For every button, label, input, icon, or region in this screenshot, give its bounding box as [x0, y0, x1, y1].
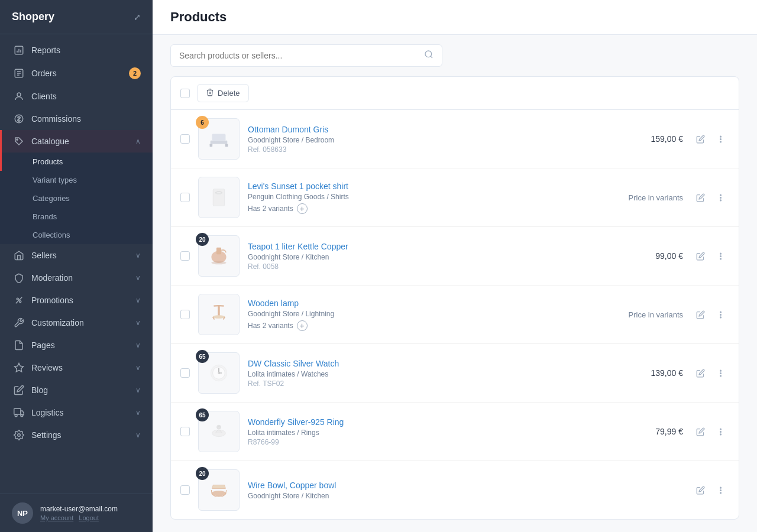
chart-icon: [14, 45, 24, 56]
sidebar-item-moderation[interactable]: Moderation ∨: [0, 267, 153, 289]
row-actions: [691, 130, 729, 148]
svg-point-44: [720, 375, 721, 376]
sidebar-item-pages[interactable]: Pages ∨: [0, 334, 153, 356]
edit-button[interactable]: [691, 481, 709, 499]
product-info: Ottoman Dumont Gris Goodnight Store / Be…: [248, 125, 604, 154]
chevron-down-icon-9: ∨: [135, 431, 141, 439]
variants-text: Has 2 variants: [248, 205, 293, 213]
product-name[interactable]: Wonderfly Silver-925 Ring: [248, 417, 344, 427]
sidebar-sub-categories[interactable]: Categories: [0, 189, 153, 207]
svg-point-49: [720, 433, 721, 434]
more-options-button[interactable]: [711, 189, 729, 206]
product-image-wrapper: 65: [198, 411, 240, 452]
sidebar-item-label-promotions: Promotions: [31, 296, 128, 305]
sidebar-item-promotions[interactable]: Promotions ∨: [0, 289, 153, 312]
sidebar-sub-collections[interactable]: Collections: [0, 226, 153, 244]
svg-point-35: [720, 314, 721, 315]
sidebar: Shopery ⤢ Reports Orders 2 Clients: [0, 0, 153, 532]
product-info: Teapot 1 liter Kettle Copper Goodnight S…: [248, 242, 604, 271]
delete-button[interactable]: Delete: [197, 84, 249, 102]
sidebar-item-reports[interactable]: Reports: [0, 39, 153, 61]
my-account-link[interactable]: My account: [40, 514, 73, 521]
product-meta: Goodnight Store / Bedroom: [248, 136, 604, 144]
list-container: Delete 6 Ottoman Dumont Gris Goodnight S…: [170, 76, 739, 520]
chevron-down-icon-8: ∨: [135, 408, 141, 417]
sidebar-item-logistics[interactable]: Logistics ∨: [0, 401, 153, 424]
more-options-button[interactable]: [711, 423, 729, 440]
sidebar-item-commissions[interactable]: Commissions: [0, 108, 153, 130]
sidebar-item-customization[interactable]: Customization ∨: [0, 312, 153, 334]
sidebar-sub-variant-types[interactable]: Variant types: [0, 171, 153, 189]
expand-icon[interactable]: ⤢: [134, 12, 141, 22]
sidebar-item-orders[interactable]: Orders 2: [0, 61, 153, 85]
svg-rect-14: [212, 134, 226, 140]
product-name[interactable]: Teapot 1 liter Kettle Copper: [248, 242, 348, 251]
sidebar-item-settings[interactable]: Settings ∨: [0, 424, 153, 446]
more-options-button[interactable]: [711, 364, 729, 382]
row-checkbox[interactable]: [180, 251, 190, 261]
product-image: [198, 294, 240, 335]
product-badge: 65: [196, 408, 209, 421]
product-meta: Penguin Clothing Goods / Shirts: [248, 193, 604, 201]
sidebar-item-label-blog: Blog: [31, 385, 128, 395]
sidebar-item-sellers[interactable]: Sellers ∨: [0, 244, 153, 267]
logout-link[interactable]: Logout: [79, 514, 99, 521]
product-name[interactable]: Levi's Sunset 1 pocket shirt: [248, 181, 348, 191]
search-input[interactable]: [179, 51, 419, 60]
row-checkbox[interactable]: [180, 368, 190, 378]
sidebar-footer: NP market-user@email.com My account Logo…: [0, 494, 153, 532]
more-options-button[interactable]: [711, 130, 729, 148]
product-image-wrapper: 20: [198, 235, 240, 277]
row-checkbox[interactable]: [180, 193, 190, 202]
more-options-button[interactable]: [711, 306, 729, 323]
row-checkbox[interactable]: [180, 310, 190, 319]
chevron-up-icon: ∧: [135, 137, 141, 145]
product-name[interactable]: DW Classic Silver Watch: [248, 359, 339, 368]
add-variant-button[interactable]: +: [297, 203, 308, 214]
svg-point-17: [720, 136, 721, 137]
sidebar-sub-products[interactable]: Products: [0, 153, 153, 171]
product-ref: Ref. TSF02: [248, 379, 604, 388]
store-icon: [14, 250, 24, 261]
svg-rect-27: [216, 248, 221, 254]
select-all-checkbox[interactable]: [180, 89, 190, 98]
sidebar-item-catalogue[interactable]: Catalogue ∧: [0, 130, 153, 153]
sidebar-item-clients[interactable]: Clients: [0, 85, 153, 108]
sidebar-item-reviews[interactable]: Reviews ∨: [0, 356, 153, 379]
svg-point-18: [720, 138, 721, 140]
sidebar-item-label-settings: Settings: [31, 430, 128, 440]
table-row: 65 Wonderfly Silver-925 Ring Lolita inti…: [171, 403, 739, 461]
sidebar-sub-brands[interactable]: Brands: [0, 207, 153, 226]
product-badge: 65: [196, 350, 209, 363]
product-name[interactable]: Wooden lamp: [248, 299, 299, 308]
sidebar-item-blog[interactable]: Blog ∨: [0, 379, 153, 401]
edit-button[interactable]: [691, 423, 709, 440]
add-variant-button[interactable]: +: [297, 320, 308, 331]
product-image-wrapper: 6: [198, 118, 240, 160]
product-name[interactable]: Ottoman Dumont Gris: [248, 125, 328, 134]
more-options-button[interactable]: [711, 247, 729, 265]
row-checkbox[interactable]: [180, 134, 190, 144]
edit-button[interactable]: [691, 306, 709, 323]
catalogue-submenu: Products Variant types Categories Brands…: [0, 153, 153, 244]
edit-button[interactable]: [691, 189, 709, 206]
sidebar-item-label-customization: Customization: [31, 318, 128, 327]
row-checkbox[interactable]: [180, 427, 190, 436]
footer-links: My account Logout: [40, 514, 141, 521]
svg-point-28: [211, 261, 226, 265]
product-price: 79,99 €: [612, 427, 683, 436]
product-name[interactable]: Wire Bowl, Copper bowl: [248, 481, 336, 490]
edit-button[interactable]: [691, 364, 709, 382]
edit-button[interactable]: [691, 130, 709, 148]
product-variants: Has 2 variants +: [248, 320, 604, 331]
more-options-button[interactable]: [711, 481, 729, 499]
svg-point-51: [720, 487, 721, 488]
edit-button[interactable]: [691, 247, 709, 265]
svg-point-34: [720, 312, 721, 313]
row-checkbox[interactable]: [180, 485, 190, 495]
svg-point-24: [720, 197, 721, 198]
sidebar-item-label-reviews: Reviews: [31, 363, 128, 372]
sidebar-item-label-pages: Pages: [31, 340, 128, 350]
sidebar-item-label-catalogue: Catalogue: [31, 137, 128, 146]
svg-rect-13: [211, 141, 228, 144]
